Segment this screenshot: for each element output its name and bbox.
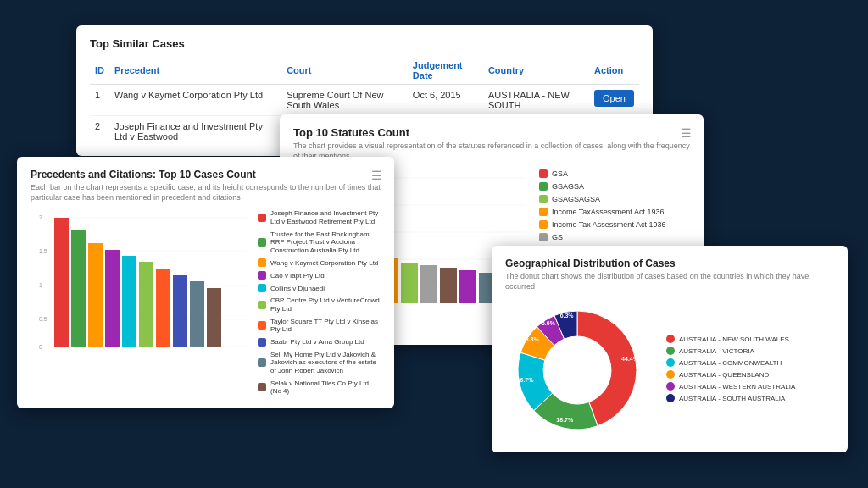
cell-precedent: Joseph Finance and Investment Pty Ltd v … (109, 116, 281, 147)
legend-label: Selak v National Tiles Co Pty Ltd (No 4) (270, 380, 381, 396)
legend-label: Taylor Square TT Pty Ltd v Kinselas Pty … (270, 318, 381, 334)
legend-item: GSAGSAGSA (539, 195, 690, 203)
cell-date: Oct 6, 2015 (408, 85, 483, 116)
legend-color (258, 338, 266, 347)
cell-action: Open (589, 85, 639, 116)
legend-item: Sell My Home Pty Ltd v Jakovich & Jakovi… (258, 351, 381, 375)
legend-color (666, 382, 675, 391)
legend-item: GS (539, 233, 690, 241)
cell-id: 2 (90, 116, 109, 147)
legend-label: GS (552, 233, 563, 241)
legend-color (539, 182, 548, 191)
legend-color (539, 195, 548, 203)
svg-rect-38 (71, 230, 86, 347)
svg-text:0.5: 0.5 (39, 316, 47, 322)
geo-donut-chart: 44.4%18.7%16.7%8.3%5.6%6.3% (505, 298, 658, 442)
legend-item: GSAGSA (539, 182, 690, 191)
legend-color (539, 208, 548, 216)
legend-label: GSA (552, 169, 568, 178)
svg-rect-37 (54, 218, 69, 347)
svg-text:2: 2 (39, 214, 42, 220)
legend-label: Sell My Home Pty Ltd v Jakovich & Jakovi… (270, 351, 381, 375)
geo-body: 44.4%18.7%16.7%8.3%5.6%6.3% AUSTRALIA - … (505, 298, 834, 442)
precedents-menu-icon[interactable]: ☰ (371, 169, 382, 182)
legend-item: Income TaxAssessment Act 1936 (539, 208, 690, 216)
precedents-body: 2 1.5 1 0.5 0 (31, 209, 381, 399)
geo-subtitle: The donut chart shows the distribution o… (505, 272, 834, 291)
precedents-legend: Joseph Finance and Investment Pty Ltd v … (258, 209, 381, 399)
legend-label: AUSTRALIA - QUEENSLAND (679, 371, 769, 379)
donut-label: 5.6% (542, 320, 556, 326)
svg-rect-39 (88, 243, 103, 347)
legend-color (666, 370, 675, 379)
legend-label: Wang v Kaymet Corporation Pty Ltd (270, 259, 378, 268)
svg-rect-41 (122, 256, 136, 347)
svg-rect-44 (173, 275, 187, 347)
donut-label: 18.7% (556, 418, 574, 424)
geo-legend-item: AUSTRALIA - WESTERN AUSTRALIA (666, 382, 795, 391)
legend-color (258, 301, 266, 309)
donut-label: 8.3% (526, 337, 540, 343)
donut-label: 44.4% (621, 356, 639, 362)
legend-label: Income Tax Assessment Act 1936 (552, 220, 665, 229)
legend-color (258, 383, 266, 391)
svg-text:1.5: 1.5 (39, 248, 47, 254)
legend-item: CBP Centre Pty Ltd v VentureCrowd Pty Lt… (258, 297, 381, 313)
legend-item: Taylor Square TT Pty Ltd v Kinselas Pty … (258, 318, 381, 334)
legend-label: CBP Centre Pty Ltd v VentureCrowd Pty Lt… (270, 297, 381, 313)
legend-item: Joseph Finance and Investment Pty Ltd v … (258, 209, 381, 225)
legend-color (258, 358, 266, 367)
svg-text:1: 1 (39, 282, 42, 288)
open-button[interactable]: Open (594, 90, 634, 107)
svg-rect-45 (190, 281, 204, 347)
svg-rect-43 (156, 269, 170, 347)
cell-precedent: Wang v Kaymet Corporation Pty Ltd (109, 85, 281, 116)
precedents-title: Precedents and Citations: Top 10 Cases C… (31, 169, 381, 180)
donut-label: 16.7% (517, 377, 535, 383)
legend-color (666, 335, 675, 343)
legend-label: Saabr Pty Ltd v Ama Group Ltd (270, 338, 364, 347)
legend-label: AUSTRALIA - NEW SOUTH WALES (679, 336, 789, 343)
legend-label: Income TaxAssessment Act 1936 (552, 208, 664, 216)
legend-label: Trustee for the East Rockingham RRF Proj… (270, 230, 381, 255)
col-country: Country (483, 57, 589, 85)
menu-icon[interactable]: ☰ (681, 126, 692, 140)
geo-legend-item: AUSTRALIA - VICTORIA (666, 347, 795, 355)
legend-color (258, 284, 266, 292)
geo-title: Geographical Distribution of Cases (505, 258, 834, 269)
legend-color (539, 220, 548, 229)
geo-legend: AUSTRALIA - NEW SOUTH WALESAUSTRALIA - V… (666, 335, 795, 406)
legend-label: AUSTRALIA - VICTORIA (679, 347, 754, 355)
legend-color (258, 238, 266, 247)
statutes-title: Top 10 Statutes Count (293, 126, 690, 139)
geo-legend-item: AUSTRALIA - NEW SOUTH WALES (666, 335, 795, 343)
svg-rect-23 (440, 268, 457, 303)
table-row: 1 Wang v Kaymet Corporation Pty Ltd Supr… (90, 85, 639, 116)
legend-color (666, 347, 675, 355)
legend-color (258, 258, 266, 267)
col-precedent: Precedent (109, 57, 281, 85)
svg-rect-42 (139, 262, 153, 347)
geo-legend-item: AUSTRALIA - SOUTH AUSTRALIA (666, 394, 795, 402)
svg-text:0: 0 (39, 344, 42, 350)
precedents-subtitle: Each bar on the chart represents a speci… (31, 183, 381, 202)
svg-rect-40 (105, 250, 120, 347)
geo-legend-item: AUSTRALIA - COMMONWEALTH (666, 358, 795, 367)
legend-item: Saabr Pty Ltd v Ama Group Ltd (258, 338, 381, 347)
col-judgement: Judgement Date (408, 57, 483, 85)
legend-color (666, 358, 675, 367)
legend-color (258, 321, 266, 330)
cell-court: Supreme Court Of New South Wales (281, 85, 408, 116)
legend-color (258, 271, 266, 280)
legend-color (539, 169, 548, 178)
col-action: Action (589, 57, 639, 85)
legend-item: Wang v Kaymet Corporation Pty Ltd (258, 258, 381, 267)
cell-id: 1 (90, 85, 109, 116)
legend-label: GSAGSAGSA (552, 195, 600, 203)
legend-label: Cao v Iapt Pty Ltd (270, 272, 325, 280)
geo-legend-item: AUSTRALIA - QUEENSLAND (666, 370, 795, 379)
legend-item: GSA (539, 169, 690, 178)
legend-item: Trustee for the East Rockingham RRF Proj… (258, 230, 381, 255)
svg-rect-24 (459, 270, 476, 303)
svg-rect-22 (420, 265, 437, 303)
